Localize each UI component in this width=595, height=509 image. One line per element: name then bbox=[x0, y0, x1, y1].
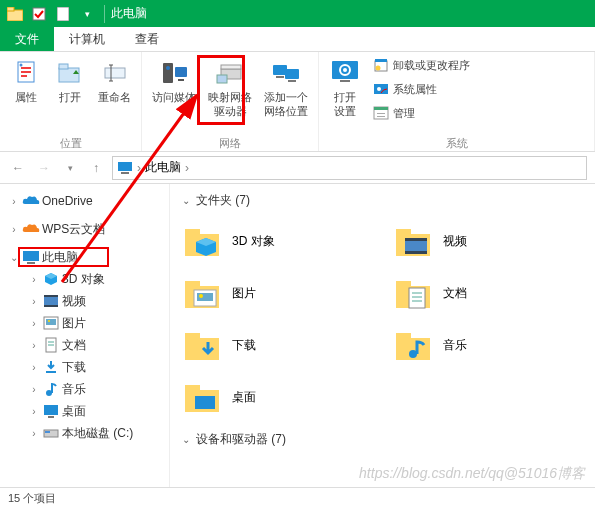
nav-onedrive[interactable]: ›OneDrive bbox=[0, 190, 169, 212]
svg-rect-21 bbox=[276, 76, 284, 78]
ribbon-group-location: 属性 打开 重命名 位置 bbox=[0, 52, 142, 151]
chevron-right-icon[interactable]: › bbox=[8, 224, 20, 235]
rename-button[interactable]: 重命名 bbox=[94, 54, 135, 106]
uninstall-programs-row[interactable]: 卸载或更改程序 bbox=[373, 54, 470, 76]
svg-point-66 bbox=[199, 294, 203, 298]
svg-rect-38 bbox=[23, 251, 39, 261]
nav-videos[interactable]: ›视频 bbox=[0, 290, 169, 312]
chevron-down-icon[interactable]: ⌄ bbox=[182, 434, 190, 445]
chevron-right-icon[interactable]: › bbox=[8, 196, 20, 207]
up-button[interactable]: ↑ bbox=[86, 158, 106, 178]
nav-music[interactable]: ›音乐 bbox=[0, 378, 169, 400]
title-divider bbox=[104, 5, 105, 23]
nav-3d-objects[interactable]: ›3D 对象 bbox=[0, 268, 169, 290]
svg-rect-52 bbox=[48, 416, 54, 418]
desktop-icon bbox=[42, 402, 60, 420]
properties-button[interactable]: 属性 bbox=[6, 54, 46, 106]
back-button[interactable]: ← bbox=[8, 158, 28, 178]
folder-documents[interactable]: 文档 bbox=[393, 271, 584, 315]
svg-rect-26 bbox=[340, 80, 350, 82]
media-server-icon bbox=[158, 56, 190, 88]
forward-button[interactable]: → bbox=[34, 158, 54, 178]
address-field[interactable]: › 此电脑 › bbox=[112, 156, 587, 180]
nav-pictures[interactable]: ›图片 bbox=[0, 312, 169, 334]
this-pc-icon bbox=[117, 160, 133, 176]
svg-rect-61 bbox=[405, 251, 427, 254]
folder-pictures[interactable]: 图片 bbox=[182, 271, 373, 315]
map-drive-button[interactable]: 映射网络 驱动器 bbox=[204, 54, 256, 120]
nav-documents[interactable]: ›文档 bbox=[0, 334, 169, 356]
devices-header[interactable]: ⌄设备和驱动器 (7) bbox=[182, 431, 583, 448]
network-monitors-icon bbox=[270, 56, 302, 88]
disk-icon bbox=[42, 424, 60, 442]
folder-desktop[interactable]: 桌面 bbox=[182, 375, 373, 419]
nav-downloads[interactable]: ›下载 bbox=[0, 356, 169, 378]
chevron-right-icon[interactable]: › bbox=[28, 384, 40, 395]
open-button[interactable]: 打开 bbox=[50, 54, 90, 106]
svg-rect-15 bbox=[178, 79, 184, 81]
nav-local-disk-c[interactable]: ›本地磁盘 (C:) bbox=[0, 422, 169, 444]
system-properties-row[interactable]: 系统属性 bbox=[373, 78, 470, 100]
chevron-right-icon[interactable]: › bbox=[28, 274, 40, 285]
this-pc-icon bbox=[22, 248, 40, 266]
chevron-right-icon[interactable]: › bbox=[28, 340, 40, 351]
document-icon[interactable] bbox=[52, 3, 74, 25]
qat-dropdown-icon[interactable]: ▾ bbox=[76, 3, 98, 25]
open-settings-button[interactable]: 打开 设置 bbox=[325, 54, 365, 120]
folder-videos[interactable]: 视频 bbox=[393, 219, 584, 263]
downloads-icon bbox=[42, 358, 60, 376]
videos-icon bbox=[393, 223, 433, 259]
properties-icon bbox=[10, 56, 42, 88]
access-media-button[interactable]: 访问媒体 bbox=[148, 54, 200, 106]
svg-point-31 bbox=[377, 87, 381, 91]
pictures-icon bbox=[182, 275, 222, 311]
svg-point-5 bbox=[20, 64, 23, 67]
manage-row[interactable]: 管理 bbox=[373, 102, 470, 124]
recent-dropdown[interactable]: ▾ bbox=[60, 158, 80, 178]
chevron-down-icon[interactable]: ⌄ bbox=[8, 252, 20, 263]
breadcrumb-item[interactable]: 此电脑 bbox=[145, 159, 181, 176]
ribbon-group-system: 打开 设置 卸载或更改程序 系统属性 管理 系统 bbox=[319, 52, 595, 151]
chevron-right-icon[interactable]: › bbox=[28, 362, 40, 373]
svg-rect-58 bbox=[396, 229, 411, 235]
tab-file[interactable]: 文件 bbox=[0, 27, 54, 51]
svg-rect-36 bbox=[118, 162, 132, 171]
add-network-location-button[interactable]: 添加一个 网络位置 bbox=[260, 54, 312, 120]
music-icon bbox=[393, 327, 433, 363]
chevron-right-icon[interactable]: › bbox=[28, 428, 40, 439]
map-drive-icon bbox=[214, 56, 246, 88]
folder-downloads[interactable]: 下载 bbox=[182, 323, 373, 367]
svg-rect-2 bbox=[33, 8, 45, 20]
content-pane: ⌄文件夹 (7) 3D 对象 视频 图片 文档 下载 音乐 桌面 ⌄设备和驱动器… bbox=[170, 184, 595, 487]
folder-3d-objects[interactable]: 3D 对象 bbox=[182, 219, 373, 263]
chevron-right-icon[interactable]: › bbox=[28, 406, 40, 417]
chevron-right-icon[interactable]: › bbox=[28, 318, 40, 329]
chevron-right-icon[interactable]: › bbox=[28, 296, 40, 307]
folder-music[interactable]: 音乐 bbox=[393, 323, 584, 367]
svg-rect-76 bbox=[396, 333, 411, 339]
ribbon-tabs: 文件 计算机 查看 bbox=[0, 27, 595, 52]
breadcrumb-sep: › bbox=[137, 161, 141, 175]
onedrive-icon bbox=[22, 192, 40, 210]
svg-rect-68 bbox=[396, 281, 411, 287]
tab-view[interactable]: 查看 bbox=[120, 27, 174, 51]
folders-header[interactable]: ⌄文件夹 (7) bbox=[182, 192, 583, 209]
3d-objects-icon bbox=[182, 223, 222, 259]
nav-desktop[interactable]: ›桌面 bbox=[0, 400, 169, 422]
svg-rect-79 bbox=[185, 385, 200, 391]
documents-icon bbox=[393, 275, 433, 311]
nav-this-pc[interactable]: ⌄此电脑 bbox=[0, 246, 169, 268]
manage-icon bbox=[373, 105, 389, 121]
tab-computer[interactable]: 计算机 bbox=[54, 27, 120, 51]
svg-rect-63 bbox=[185, 281, 200, 287]
svg-rect-41 bbox=[44, 295, 58, 297]
svg-rect-56 bbox=[185, 229, 200, 235]
chevron-down-icon[interactable]: ⌄ bbox=[182, 195, 190, 206]
svg-rect-8 bbox=[105, 68, 125, 78]
status-bar: 15 个项目 bbox=[0, 487, 595, 509]
nav-wps[interactable]: ›WPS云文档 bbox=[0, 218, 169, 240]
music-icon bbox=[42, 380, 60, 398]
checkbox-icon[interactable] bbox=[28, 3, 50, 25]
body-area: ›OneDrive ›WPS云文档 ⌄此电脑 ›3D 对象 ›视频 ›图片 ›文… bbox=[0, 184, 595, 487]
folder-icon[interactable] bbox=[4, 3, 26, 25]
